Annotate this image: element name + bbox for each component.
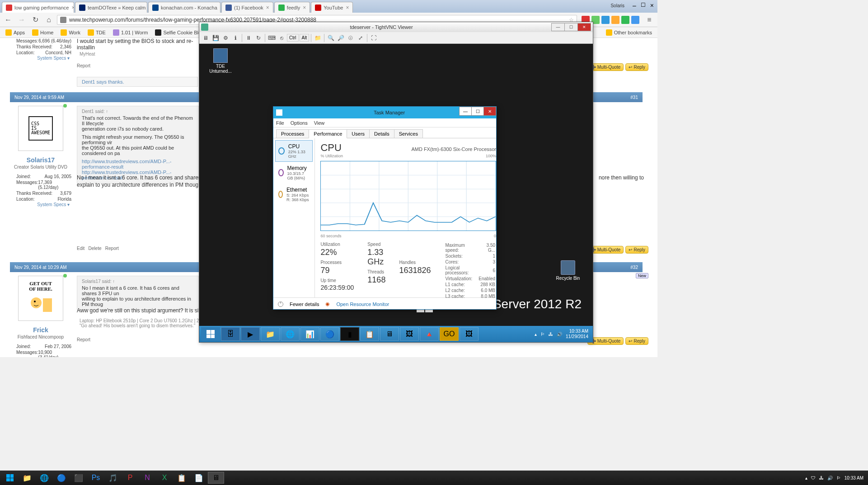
forward-button[interactable]: → [16,14,27,25]
tab-performance[interactable]: Performance [309,129,347,138]
fullscreen-icon[interactable]: ⛶ [369,33,378,42]
tray-chevron-icon[interactable]: ▴ [805,476,807,480]
ext-icon[interactable] [621,16,629,24]
tab-close-icon[interactable]: × [220,5,221,11]
post-number[interactable]: #31 [630,95,638,100]
taskbar-powerpoint[interactable]: P [122,472,138,484]
taskbar-chrome[interactable]: 🔵 [53,472,70,484]
maximize-btn[interactable]: ☐ [639,2,647,10]
taskbar-app[interactable]: 🖥 [380,327,399,341]
info-icon[interactable]: ℹ [231,33,240,42]
menu-options[interactable]: Options [291,120,308,126]
taskbar-itunes[interactable]: 🎵 [105,472,121,484]
tab-services[interactable]: Services [394,129,423,138]
taskbar-server-manager[interactable]: 🗄 [221,327,240,341]
pause-icon[interactable]: ⏸ [244,33,253,42]
tab-users[interactable]: Users [347,129,370,138]
ctrl-key-button[interactable]: Ctrl [287,34,299,42]
tab-3[interactable]: (1) Facebook× [221,2,273,13]
chevron-up-icon[interactable]: ˄ [278,301,283,307]
reply-button[interactable]: ↩Reply [625,337,648,345]
system-specs-link[interactable]: System Specs ▾ [14,202,73,207]
taskbar-photoshop[interactable]: Ps [88,472,104,484]
minimize-btn[interactable]: – [631,2,638,10]
reply-button[interactable]: ↩Reply [625,246,648,254]
desktop-shortcut[interactable]: TDE Unturned... [205,48,236,74]
tab-close-icon[interactable]: × [346,5,349,11]
taskbar-onenote[interactable]: N [139,472,155,484]
tray-volume-icon[interactable]: 🔊 [557,332,562,337]
tab-2[interactable]: konachan.com - Konacha× [148,2,221,13]
tab-close-icon[interactable]: × [303,5,306,11]
avatar[interactable]: GET OUT OF HERE. [18,276,63,321]
sidebar-memory[interactable]: Memory10.3/15.7 GB (66%) [275,162,313,184]
edit-link[interactable]: Edit [77,246,84,251]
taskbar-excel[interactable]: X [156,472,173,484]
ext-icon[interactable] [631,16,639,24]
back-button[interactable]: ← [3,14,14,25]
start-button[interactable] [201,327,220,341]
tab-0[interactable]: low gaming performance× [2,2,74,13]
taskbar-powershell[interactable]: ▶ [241,327,260,341]
host-system-tray[interactable]: ▴ 🛡 🖧 🔊 🏳 10:33 AM [805,476,866,480]
tab-close-icon[interactable]: × [266,5,269,11]
post-number[interactable]: #32 [630,265,638,270]
options-icon[interactable]: ⚙ [221,33,230,42]
report-link[interactable]: Report [77,337,90,342]
taskbar-app[interactable]: 📄 [191,472,207,484]
fewer-details-link[interactable]: Fewer details [290,301,319,307]
taskbar-cmd[interactable]: ▮ [340,327,359,341]
cad-icon[interactable]: ⌨ [267,33,276,42]
system-specs-link[interactable]: System Specs ▾ [14,56,73,61]
taskbar-app[interactable]: 📋 [360,327,379,341]
save-icon[interactable]: 💾 [211,33,220,42]
taskbar-app[interactable]: 📋 [174,472,190,484]
tray-icon[interactable]: 🛡 [811,476,816,480]
tray-network-icon[interactable]: 🖧 [549,332,553,337]
bookmark[interactable]: TDE [85,28,108,37]
resource-monitor-link[interactable]: Open Resource Monitor [336,301,389,307]
minimize-button[interactable]: — [459,107,472,116]
recycle-bin[interactable]: Recycle Bin [552,260,584,281]
ctrl-esc-icon[interactable]: ⎋ [277,33,286,42]
maximize-button[interactable]: ☐ [471,107,484,116]
taskbar-explorer[interactable]: 📁 [19,472,35,484]
minimize-button[interactable]: — [551,23,565,31]
vnc-titlebar[interactable]: tdeserver - TightVNC Viewer — ☐ ✕ [199,22,593,32]
bookmark[interactable]: Work [58,28,83,37]
reload-button[interactable]: ↻ [30,14,41,25]
system-tray[interactable]: ▴ 🏳 🖧 🔊 10:33 AM 11/29/2014 [535,329,591,339]
taskmgr-titlebar[interactable]: Task Manager — ☐ ✕ [273,107,496,118]
new-connection-icon[interactable]: 🖥 [201,33,210,42]
tab-processes[interactable]: Processes [276,129,309,138]
bookmark[interactable]: 1.01 | Worm [110,28,151,37]
quote-attribution[interactable]: Solaris17 said: ↑ [82,279,194,284]
zoom-auto-icon[interactable]: ⤢ [356,33,365,42]
remote-desktop[interactable]: TDE Unturned... Recycle Bin Windows Serv… [199,44,593,326]
file-transfer-icon[interactable]: 📁 [313,33,322,42]
zoom-in-icon[interactable]: 🔍 [326,33,335,42]
tray-volume-icon[interactable]: 🔊 [827,476,833,480]
close-btn[interactable]: × [648,2,656,10]
alt-key-button[interactable]: Alt [300,34,310,42]
tab-5[interactable]: YouTube× [311,2,353,13]
tray-flag-icon[interactable]: 🏳 [540,332,545,337]
taskbar-app[interactable]: 🖼 [400,327,419,341]
taskbar-steam[interactable]: ⬛ [70,472,87,484]
sidebar-cpu[interactable]: CPU22% 1.33 GHz [275,140,313,162]
taskbar-app[interactable]: 🖼 [460,327,479,341]
report-link[interactable]: Report [77,63,90,68]
bookmark[interactable]: Home [29,28,56,37]
tray-chevron-icon[interactable]: ▴ [535,332,537,337]
clock-time[interactable]: 10:33 AM [845,476,863,480]
quote-attribution[interactable]: Dent1 said: ↑ [82,109,194,114]
ext-icon[interactable] [601,16,610,24]
taskbar-ie[interactable]: 🌐 [281,327,300,341]
tab-4[interactable]: feedly× [274,2,310,13]
other-bookmarks[interactable]: Other bookmarks [603,28,655,37]
taskbar-ie[interactable]: 🌐 [36,472,52,484]
zoom-out-icon[interactable]: 🔎 [336,33,345,42]
tray-network-icon[interactable]: 🖧 [819,476,824,480]
tab-1[interactable]: teamDOTexe » Keep calm× [75,2,147,13]
menu-view[interactable]: View [314,120,325,126]
